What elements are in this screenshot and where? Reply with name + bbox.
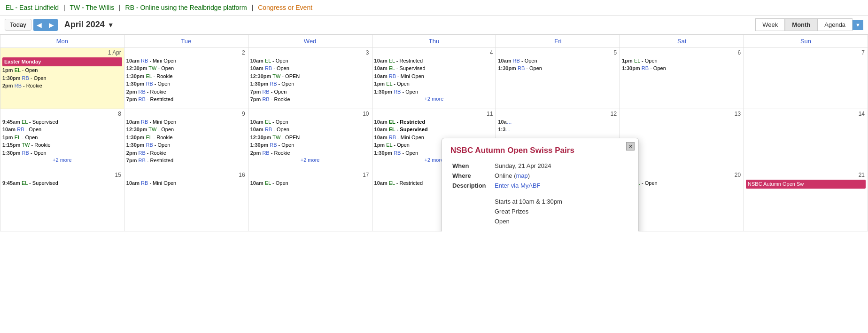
event-1230-tw-open[interactable]: 12:30pm TW - OPEN — [250, 73, 370, 80]
popup-close-button[interactable]: ✕ — [626, 142, 635, 151]
event-1pm-el-open[interactable]: 1pm EL - Open — [2, 67, 122, 74]
event-1pm-el-open[interactable]: 1pm EL - Open — [622, 57, 742, 64]
event-10am-el-open[interactable]: 10am EL - Open — [250, 119, 370, 126]
day-number: 1 Apr — [2, 49, 122, 57]
header-thu: Thu — [372, 35, 496, 48]
month-title: April 2024 — [64, 20, 105, 30]
cell-apr8: 8 9:45am EL - Supervised 10am RB - Open … — [0, 109, 124, 170]
event-popup: ✕ NSBC Autumn Open Swiss Pairs When Sund… — [442, 138, 639, 231]
cell-apr5: 5 10am RB - Open 1:30pm RB - Open — [496, 48, 620, 109]
agenda-dropdown-arrow[interactable]: ▼ — [852, 20, 863, 30]
event-7pm-rb-open[interactable]: 7pm RB - Open — [250, 88, 370, 95]
day-number: 14 — [746, 110, 866, 119]
calendar-container: Mon Tue Wed Thu Fri Sat Sun 1 Apr Easter… — [0, 34, 868, 231]
more-link[interactable]: +2 more — [250, 157, 370, 163]
popup-map-link[interactable]: map — [516, 172, 528, 179]
event-115-tw-rookie[interactable]: 1:15pm TW - Rookie — [2, 142, 122, 149]
event-130-el-rookie[interactable]: 1:30pm EL - Rookie — [126, 73, 246, 80]
event-1pm-el-open[interactable]: 1pm EL - Open — [622, 180, 742, 187]
tw-label: TW - The Willis — [70, 4, 115, 11]
event-1230-tw-open[interactable]: 12:30pm TW - Open — [126, 65, 246, 72]
cell-apr21: 21 NSBC Autumn Open Sw — [744, 170, 868, 231]
event-130-rb-open[interactable]: 1:30pm RB - Open — [374, 88, 494, 95]
event-130-el-rookie[interactable]: 1:30pm EL - Rookie — [126, 134, 246, 141]
popup-where-text: Online — [495, 172, 512, 179]
cell-apr9: 9 10am RB - Mini Open 12:30pm TW - Open … — [124, 109, 248, 170]
day-number: 13 — [622, 110, 742, 119]
today-button[interactable]: Today — [5, 19, 31, 31]
popup-desc-link[interactable]: Enter via MyABF — [495, 182, 541, 189]
event-130-rb-open[interactable]: 1:30pm RB - Open — [622, 65, 742, 72]
agenda-label: Agenda — [824, 21, 845, 28]
event-1pm-el-open[interactable]: 1pm EL - Open — [374, 80, 494, 87]
month-view-button[interactable]: Month — [785, 18, 817, 31]
day-number: 17 — [250, 171, 370, 180]
day-number: 2 — [126, 49, 246, 57]
event-1-3-rb[interactable]: 1:3… — [498, 126, 618, 133]
event-10am-rb-mini[interactable]: 10am RB - Mini Open — [126, 119, 246, 126]
event-10am-el-supervised[interactable]: 10am EL - Supervised — [374, 126, 494, 133]
day-number: 6 — [622, 49, 742, 57]
event-130-rb-open[interactable]: 1:30pm RB - Open — [126, 142, 246, 149]
cell-apr1: 1 Apr Easter Monday 1pm EL - Open 1:30pm… — [0, 48, 124, 109]
event-7pm-rb-rookie[interactable]: 7pm RB - Rookie — [250, 96, 370, 103]
day-number: 11 — [374, 110, 494, 119]
next-button[interactable]: ▶ — [46, 19, 58, 31]
event-945-el-supervised[interactable]: 9:45am EL - Supervised — [2, 180, 122, 187]
day-number: 15 — [2, 171, 122, 180]
table-row: 8 9:45am EL - Supervised 10am RB - Open … — [0, 109, 868, 170]
event-10am-el-open[interactable]: 10am EL - Open — [250, 57, 370, 64]
more-link[interactable]: +2 more — [374, 96, 494, 102]
day-number: 7 — [746, 49, 866, 57]
event-130-rb-open[interactable]: 1:30pm RB - Open — [126, 80, 246, 87]
event-10am-rb-mini[interactable]: 10am RB - Mini Open — [126, 180, 246, 187]
popup-where-label: Where — [450, 171, 493, 181]
event-10am-rb-mini[interactable]: 10am RB - Mini Open — [126, 57, 246, 64]
event-10a-rb[interactable]: 10a… — [498, 119, 618, 126]
event-10am-rb-open[interactable]: 10am RB - Open — [250, 65, 370, 72]
event-130-rb-open2[interactable]: 1:30pm RB - Open — [498, 65, 618, 72]
event-7pm-rb-restricted[interactable]: 7pm RB - Restricted — [126, 96, 246, 103]
event-10am-el-restricted[interactable]: 10am EL - Restricted — [374, 119, 494, 126]
event-10am-el-restricted[interactable]: 10am EL - Restricted — [374, 57, 494, 64]
month-dropdown-arrow[interactable]: ▼ — [108, 21, 114, 29]
event-2pm-rb-rookie[interactable]: 2pm RB - Rookie — [126, 150, 246, 157]
event-2pm-rb-rookie[interactable]: 2pm RB - Rookie — [250, 150, 370, 157]
popup-extra-line2: Great Prizes — [495, 207, 628, 217]
week-view-button[interactable]: Week — [755, 18, 785, 31]
event-10am-el-open[interactable]: 10am EL - Open — [250, 180, 370, 187]
event-7pm-rb-restricted[interactable]: 7pm RB - Restricted — [126, 157, 246, 164]
event-2pm-rb-rookie[interactable]: 2pm RB - Rookie — [2, 82, 122, 89]
header-wed: Wed — [248, 35, 372, 48]
cell-apr15: 15 9:45am EL - Supervised — [0, 170, 124, 231]
header-mon: Mon — [0, 35, 124, 48]
popup-extra-line1: Starts at 10am & 1:30pm — [495, 197, 628, 207]
day-number: 4 — [374, 49, 494, 57]
event-10am-el-supervised[interactable]: 10am EL - Supervised — [374, 65, 494, 72]
event-1pm-el-open[interactable]: 1pm EL - Open — [2, 134, 122, 141]
event-130-rb-open[interactable]: 1:30pm RB - Open — [250, 142, 370, 149]
event-130-rb-open[interactable]: 1:30pm RB - Open — [250, 80, 370, 87]
event-2pm-rb-rookie2[interactable]: 2pm RB - Rookie — [126, 88, 246, 95]
event-10am-rb-open[interactable]: 10am RB - Open — [2, 126, 122, 133]
divider1: | — [63, 4, 67, 11]
day-number: 8 — [2, 110, 122, 119]
table-row: 1 Apr Easter Monday 1pm EL - Open 1:30pm… — [0, 48, 868, 109]
prev-button[interactable]: ◀ — [33, 19, 46, 31]
event-1230-tw-open[interactable]: 12:30pm TW - Open — [126, 126, 246, 133]
calendar-header-row: Mon Tue Wed Thu Fri Sat Sun — [0, 35, 868, 48]
day-number: 10 — [250, 110, 370, 119]
event-10am-rb-open[interactable]: 10am RB - Open — [498, 57, 618, 64]
table-row: 15 9:45am EL - Supervised 16 10am RB - M… — [0, 170, 868, 231]
more-link[interactable]: +2 more — [2, 157, 122, 163]
event-1-30pm-rb-open[interactable]: 1:30pm RB - Open — [2, 75, 122, 82]
event-130-rb-open[interactable]: 1:30pm RB - Open — [2, 150, 122, 157]
top-bar: EL - East Lindfield | TW - The Willis | … — [0, 0, 868, 16]
event-nsbc-autumn[interactable]: NSBC Autumn Open Sw — [746, 180, 866, 189]
event-945-el-supervised[interactable]: 9:45am EL - Supervised — [2, 119, 122, 126]
agenda-view-button[interactable]: Agenda — [817, 18, 852, 31]
event-easter-monday[interactable]: Easter Monday — [2, 57, 122, 66]
event-10am-rb-open[interactable]: 10am RB - Open — [250, 126, 370, 133]
event-10am-rb-mini[interactable]: 10am RB - Mini Open — [374, 73, 494, 80]
event-1230-tw-open[interactable]: 12:30pm TW - OPEN — [250, 134, 370, 141]
